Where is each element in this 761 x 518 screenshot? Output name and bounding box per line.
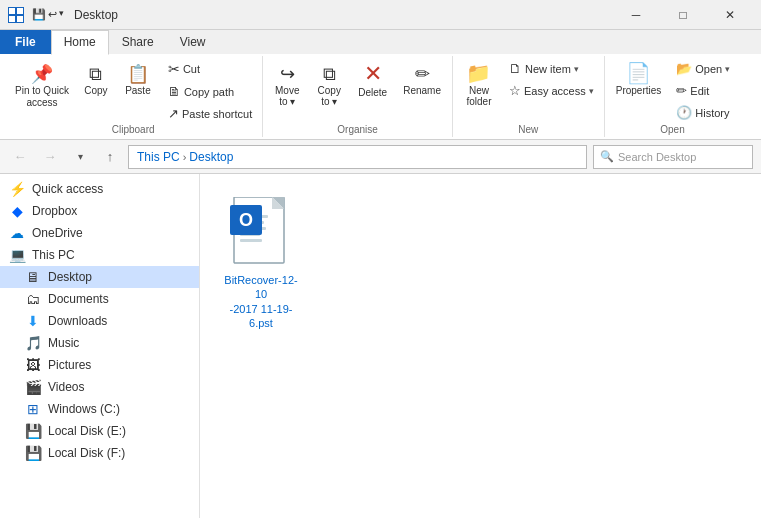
copy-label: Copy (84, 85, 107, 96)
sidebar-item-this-pc[interactable]: This PC (0, 244, 199, 266)
videos-icon (24, 379, 42, 395)
easy-access-button[interactable]: Easy access ▾ (503, 80, 600, 101)
pictures-icon (24, 357, 42, 373)
paste-icon (127, 63, 149, 83)
paste-shortcut-button[interactable]: Paste shortcut (162, 103, 258, 124)
copy-path-icon (168, 84, 181, 99)
rename-icon (415, 63, 430, 83)
onedrive-icon (8, 225, 26, 241)
open-group-label: Open (605, 124, 741, 135)
move-to-icon (280, 63, 295, 83)
path-part-thispc[interactable]: This PC (137, 150, 180, 164)
quick-save-icon[interactable]: 💾 (32, 8, 46, 21)
sidebar-item-videos[interactable]: Videos (0, 376, 199, 398)
rename-button[interactable]: Rename (396, 58, 448, 101)
copy-path-button[interactable]: Copy path (162, 81, 258, 102)
title-bar: 💾 ↩ ▾ Desktop ─ □ ✕ (0, 0, 761, 30)
sidebar-item-pictures[interactable]: Pictures (0, 354, 199, 376)
delete-button[interactable]: Delete (351, 58, 394, 103)
sidebar-item-quick-access[interactable]: Quick access (0, 178, 199, 200)
open-icon (676, 61, 692, 76)
pin-to-quick-access-button[interactable]: Pin to Quick access (8, 58, 76, 114)
desktop-icon (24, 269, 42, 285)
file-icon-svg: O (230, 197, 292, 269)
sidebar-item-dropbox[interactable]: Dropbox (0, 200, 199, 222)
sidebar-label-onedrive: OneDrive (32, 226, 83, 240)
up-button[interactable]: ↑ (98, 145, 122, 169)
history-button[interactable]: History (670, 102, 736, 123)
new-item-icon (509, 61, 522, 76)
paste-label: Paste (125, 85, 151, 96)
new-item-button[interactable]: New item ▾ (503, 58, 600, 79)
tab-home[interactable]: Home (51, 30, 109, 55)
sidebar-item-music[interactable]: Music (0, 332, 199, 354)
easy-access-label: Easy access (524, 85, 586, 97)
address-path[interactable]: This PC › Desktop (128, 145, 587, 169)
open-dropdown: ▾ (725, 64, 730, 74)
quick-dropdown-icon[interactable]: ▾ (59, 8, 64, 21)
history-icon (676, 105, 692, 120)
sidebar-item-downloads[interactable]: Downloads (0, 310, 199, 332)
clipboard-right: Cut Copy path Paste shortcut (160, 58, 258, 124)
recent-button[interactable]: ▾ (68, 145, 92, 169)
new-folder-icon (466, 63, 491, 83)
forward-button[interactable]: → (38, 145, 62, 169)
back-button[interactable]: ← (8, 145, 32, 169)
new-item-label: New item (525, 63, 571, 75)
close-button[interactable]: ✕ (707, 0, 753, 30)
downloads-icon (24, 313, 42, 329)
quick-access-icon (8, 181, 26, 197)
copy-button[interactable]: Copy (76, 58, 116, 101)
file-item-pst[interactable]: O BitRecover-12-10-2017 11-19-6.pst (216, 190, 306, 337)
cut-button[interactable]: Cut (162, 58, 258, 80)
main-area: Quick access Dropbox OneDrive This PC De… (0, 174, 761, 518)
sidebar-item-onedrive[interactable]: OneDrive (0, 222, 199, 244)
cut-label: Cut (183, 63, 200, 75)
tab-view[interactable]: View (167, 30, 219, 54)
local-f-icon (24, 445, 42, 461)
tab-file[interactable]: File (0, 30, 51, 54)
sidebar-item-desktop[interactable]: Desktop (0, 266, 199, 288)
path-part-desktop[interactable]: Desktop (189, 150, 233, 164)
sidebar-label-pictures: Pictures (48, 358, 91, 372)
sidebar-label-this-pc: This PC (32, 248, 75, 262)
easy-access-dropdown: ▾ (589, 86, 594, 96)
paste-shortcut-label: Paste shortcut (182, 108, 252, 120)
local-e-icon (24, 423, 42, 439)
sidebar-item-local-f[interactable]: Local Disk (F:) (0, 442, 199, 464)
open-button[interactable]: Open ▾ (670, 58, 736, 79)
sidebar-label-local-f: Local Disk (F:) (48, 446, 125, 460)
new-folder-button[interactable]: New folder (457, 58, 501, 112)
sidebar-label-videos: Videos (48, 380, 84, 394)
edit-button[interactable]: Edit (670, 80, 736, 101)
tab-share[interactable]: Share (109, 30, 167, 54)
copy-path-label: Copy path (184, 86, 234, 98)
paste-button[interactable]: Paste (116, 58, 160, 101)
edit-label: Edit (690, 85, 709, 97)
pst-file-icon: O (230, 197, 292, 269)
move-to-button[interactable]: Move to ▾ (267, 58, 307, 112)
copy-to-button[interactable]: Copy to ▾ (309, 58, 349, 112)
sidebar-label-local-e: Local Disk (E:) (48, 424, 126, 438)
new-stacked-buttons: New item ▾ Easy access ▾ (503, 58, 600, 115)
svg-rect-0 (9, 8, 15, 14)
search-icon: 🔍 (600, 150, 614, 163)
quick-save-area: 💾 ↩ ▾ (32, 8, 64, 21)
open-buttons: Properties Open ▾ Edit History (609, 58, 737, 151)
new-item-dropdown: ▾ (574, 64, 579, 74)
quick-undo-icon[interactable]: ↩ (48, 8, 57, 21)
content-area: O BitRecover-12-10-2017 11-19-6.pst (200, 174, 761, 518)
sidebar-item-documents[interactable]: Documents (0, 288, 199, 310)
ribbon-group-clipboard: Pin to Quick access Copy Paste Cut (4, 56, 263, 137)
minimize-button[interactable]: ─ (613, 0, 659, 30)
sidebar-item-local-e[interactable]: Local Disk (E:) (0, 420, 199, 442)
ribbon-tabs: File Home Share View (0, 30, 761, 54)
ribbon-group-open: Properties Open ▾ Edit History Open (605, 56, 741, 137)
sidebar-item-windows-c[interactable]: Windows (C:) (0, 398, 199, 420)
properties-button[interactable]: Properties (609, 58, 669, 101)
edit-icon (676, 83, 687, 98)
sidebar-label-music: Music (48, 336, 79, 350)
sidebar-label-downloads: Downloads (48, 314, 107, 328)
maximize-button[interactable]: □ (660, 0, 706, 30)
sidebar-label-documents: Documents (48, 292, 109, 306)
